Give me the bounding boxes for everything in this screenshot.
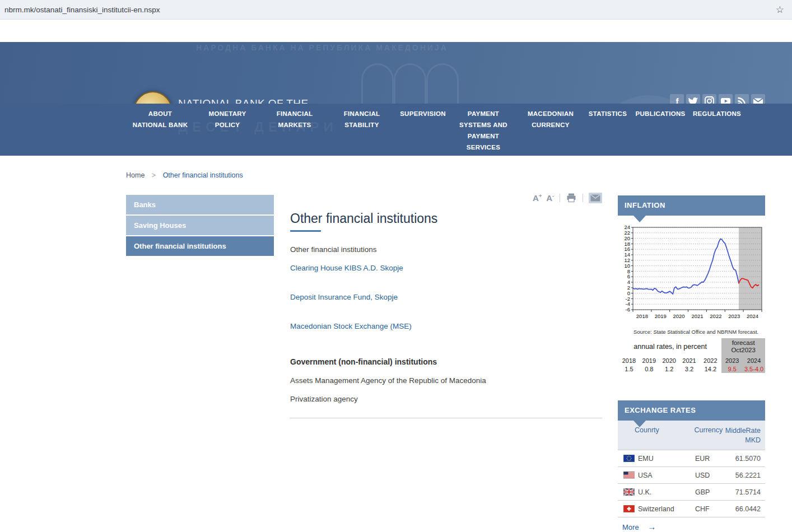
- main-content: A+ A- Other financial institutions Other…: [290, 192, 602, 423]
- summary-value: 9.5: [721, 365, 743, 373]
- svg-text:-4: -4: [626, 301, 630, 307]
- svg-text:0: 0: [627, 290, 630, 296]
- rss-icon[interactable]: [735, 94, 749, 104]
- nav-item-publications[interactable]: PUBLICATIONS: [631, 104, 690, 153]
- svg-text:6: 6: [627, 273, 630, 279]
- svg-text:16: 16: [624, 246, 630, 252]
- ch-flag: [623, 505, 635, 512]
- nav-item-regulations[interactable]: REGULATIONS: [690, 104, 744, 153]
- breadcrumb-current: Other financial institutions: [163, 171, 243, 179]
- nav-item-about-national-bank[interactable]: ABOUTNATIONAL BANK: [127, 104, 194, 153]
- currency-code: CHF: [695, 505, 726, 513]
- banner-arch-decoration: [361, 63, 394, 104]
- svg-text:2022: 2022: [710, 313, 721, 319]
- summary-year: 2024: [743, 355, 765, 365]
- intro-text: Other financial institutions: [290, 245, 602, 254]
- nav-item-financial-markets[interactable]: FINANCIALMARKETS: [261, 104, 328, 153]
- us-flag: [623, 472, 635, 479]
- summary-value: 3.5-4.0: [743, 365, 765, 373]
- nav-item-payment-systems[interactable]: PAYMENTSYSTEMS ANDPAYMENTSERVICES: [450, 104, 516, 153]
- sidebar-item-banks[interactable]: Banks: [126, 195, 274, 214]
- svg-text:10: 10: [624, 263, 630, 269]
- email-page-icon[interactable]: [589, 193, 602, 203]
- breadcrumb-separator: >: [152, 171, 156, 179]
- tools-divider: [560, 194, 560, 202]
- font-increase-button[interactable]: A+: [533, 193, 542, 203]
- facebook-icon[interactable]: f: [670, 94, 684, 104]
- article-tools: A+ A-: [290, 192, 602, 203]
- content-divider: [290, 418, 602, 418]
- summary-value: 3.2: [679, 365, 700, 373]
- page: nbrm.mk/ostanati_finansiski_institutcii-…: [0, 0, 792, 532]
- summary-year: 2018: [619, 355, 639, 365]
- eu-flag: [623, 455, 635, 462]
- banner-arch-decoration: [426, 63, 459, 104]
- svg-text:2024: 2024: [747, 313, 758, 319]
- currency-code: USD: [695, 472, 726, 479]
- bookmark-star-icon[interactable]: ☆: [776, 4, 784, 16]
- col-middle-rate: MiddleRate MKD: [725, 426, 765, 445]
- bank-logo[interactable]: M: [133, 91, 173, 104]
- twitter-icon[interactable]: [686, 94, 700, 104]
- summary-year: 2021: [679, 355, 700, 365]
- youtube-icon[interactable]: [719, 94, 733, 104]
- right-column: INFLATION -6-4-2024681012141618202224201…: [618, 195, 765, 531]
- page-title: Other financial institutions: [290, 211, 602, 226]
- sidebar-item-other-financial-institutions[interactable]: Other financial institutions: [126, 236, 274, 256]
- widget-pointer: [633, 216, 646, 222]
- nav-item-supervision[interactable]: SUPERVISION: [395, 104, 450, 153]
- social-icons-row: f: [670, 94, 765, 104]
- banner-watermark-text: НАРОДНА БАНКА НА РЕПУБЛИКА МАКЕДОНИЈА: [196, 43, 448, 52]
- content-link[interactable]: Clearing House KIBS A.D. Skopje: [290, 264, 602, 272]
- content-link[interactable]: Macedonian Stock Exchange (MSE): [290, 322, 602, 330]
- nav-item-macedonian-currency[interactable]: MACEDONIANCURRENCY: [516, 104, 585, 153]
- country-name: EMU: [638, 455, 695, 463]
- bank-name-line1: NATIONAL BANK OF THE: [178, 97, 363, 104]
- svg-text:-6: -6: [626, 306, 630, 312]
- font-decrease-button[interactable]: A-: [546, 193, 554, 203]
- exchange-rate-row: SwitzerlandCHF66.0442: [618, 500, 765, 517]
- content-link[interactable]: Deposit Insurance Fund, Skopje: [290, 293, 602, 301]
- instagram-icon[interactable]: [702, 94, 716, 104]
- print-icon[interactable]: [566, 192, 577, 203]
- forecast-label: forecastOct2023: [721, 338, 765, 355]
- middle-rate-value: 56.2221: [726, 472, 765, 479]
- svg-text:2023: 2023: [728, 313, 740, 319]
- arrow-right-icon: →: [647, 522, 656, 531]
- inflation-widget: INFLATION -6-4-2024681012141618202224201…: [618, 195, 765, 373]
- svg-text:14: 14: [624, 251, 630, 258]
- svg-text:8: 8: [627, 268, 630, 274]
- nav-item-statistics[interactable]: STATISTICS: [585, 104, 631, 153]
- svg-text:24: 24: [624, 225, 630, 230]
- exchange-widget-header[interactable]: EXCHANGE RATES: [618, 400, 765, 421]
- exchange-rate-row: EMUEUR61.5070: [618, 450, 765, 466]
- nav-item-financial-stability[interactable]: FINANCIALSTABILITY: [328, 104, 395, 153]
- url-text[interactable]: nbrm.mk/ostanati_finansiski_institutcii-…: [4, 6, 776, 14]
- sidebar-item-saving-houses[interactable]: Saving Houses: [126, 216, 274, 235]
- summary-values-row: 1.50.81.23.214.29.53.5-4.0: [619, 365, 765, 373]
- svg-text:2020: 2020: [673, 313, 685, 319]
- svg-text:4: 4: [627, 279, 630, 285]
- col-currency: Currency: [695, 426, 725, 445]
- summary-year: 2019: [639, 355, 659, 365]
- gov-institutions-heading: Government (non-financial) institutions: [290, 357, 602, 366]
- widget-pointer: [633, 421, 646, 427]
- exchange-more-link[interactable]: More →: [618, 517, 765, 531]
- breadcrumb-home-link[interactable]: Home: [126, 171, 145, 179]
- inflation-summary-table: annual rates, in percentforecastOct20232…: [619, 338, 765, 373]
- middle-rate-value: 71.5714: [726, 488, 765, 496]
- middle-rate-value: 66.0442: [726, 505, 765, 513]
- tools-divider: [583, 194, 583, 202]
- summary-caption-row: annual rates, in percentforecastOct2023: [619, 338, 765, 355]
- svg-text:2: 2: [627, 284, 630, 291]
- summary-year: 2023: [721, 355, 743, 365]
- gov-institution-item: Assets Management Agency of the Republic…: [290, 376, 602, 385]
- middle-rate-value: 61.5070: [726, 455, 765, 463]
- nav-item-monetary-policy[interactable]: MONETARYPOLICY: [194, 104, 261, 153]
- currency-code: GBP: [695, 488, 726, 496]
- inflation-widget-header[interactable]: INFLATION: [618, 195, 765, 216]
- svg-text:2018: 2018: [636, 313, 648, 319]
- exchange-rate-row: U.K.GBP71.5714: [618, 483, 765, 500]
- email-icon[interactable]: [751, 94, 765, 104]
- col-country: Counrty: [618, 426, 695, 445]
